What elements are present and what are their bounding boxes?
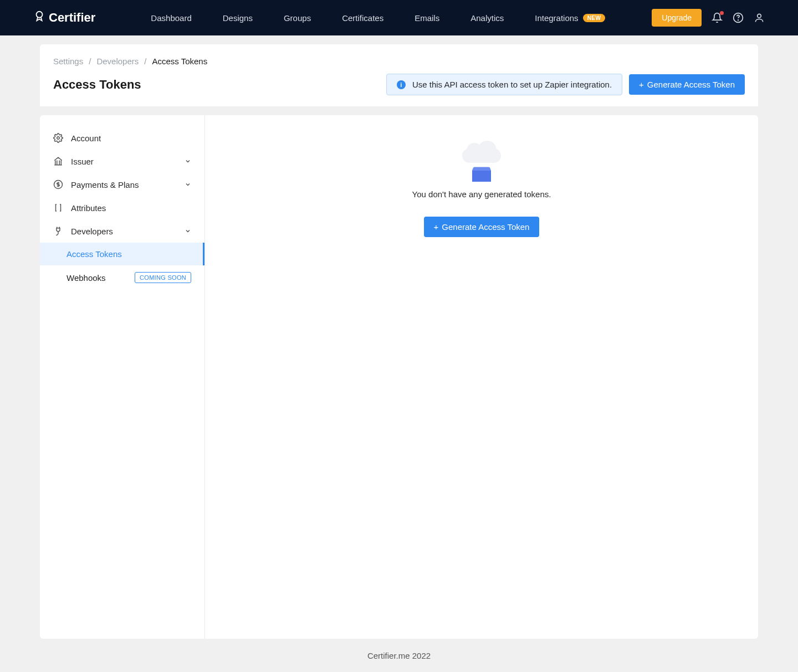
info-icon: i (397, 80, 406, 89)
sidebar-item-attributes[interactable]: Attributes (40, 196, 204, 219)
sidebar-item-developers[interactable]: Developers (40, 219, 204, 243)
logo-icon (33, 10, 45, 25)
sidebar-item-account[interactable]: Account (40, 126, 204, 150)
nav-analytics[interactable]: Analytics (470, 13, 504, 23)
svg-point-3 (758, 14, 761, 18)
nav-integrations-label: Integrations (535, 13, 578, 23)
nav-emails[interactable]: Emails (415, 13, 439, 23)
footer: Certifier.me 2022 (0, 639, 798, 672)
breadcrumb-developers[interactable]: Developers (96, 57, 139, 66)
settings-sidebar: Account Issuer Payments & Plans Attri (40, 115, 205, 639)
generate-label: Generate Access Token (442, 222, 529, 232)
chevron-down-icon (185, 180, 191, 189)
help-icon[interactable] (733, 12, 744, 23)
breadcrumb-current: Access Tokens (152, 57, 207, 66)
sidebar-label: Issuer (71, 157, 94, 166)
generate-token-button-header[interactable]: + Generate Access Token (629, 74, 745, 95)
nav-certificates[interactable]: Certificates (342, 13, 383, 23)
plus-icon: + (639, 80, 644, 89)
gear-icon (53, 133, 63, 143)
sidebar-label: Developers (71, 227, 113, 236)
svg-point-4 (57, 137, 60, 140)
sidebar-label: Attributes (71, 203, 106, 213)
chevron-down-icon (185, 227, 191, 236)
logo-text: Certifier (49, 11, 95, 25)
nav-dashboard[interactable]: Dashboard (151, 13, 191, 23)
info-banner: i Use this API access token to set up Za… (386, 74, 622, 95)
breadcrumb: Settings / Developers / Access Tokens (53, 57, 745, 66)
info-banner-text: Use this API access token to set up Zapi… (412, 80, 612, 89)
generate-token-button-empty[interactable]: + Generate Access Token (424, 217, 540, 237)
sidebar-label: Account (71, 134, 101, 143)
notification-dot (720, 11, 724, 15)
page-header: Settings / Developers / Access Tokens Ac… (40, 44, 758, 106)
nav-groups[interactable]: Groups (284, 13, 311, 23)
user-icon[interactable] (754, 12, 765, 23)
empty-state-illustration (457, 148, 507, 182)
svg-point-0 (37, 12, 43, 18)
nav-integrations[interactable]: Integrations NEW (535, 13, 605, 23)
topbar: Certifier Dashboard Designs Groups Certi… (0, 0, 798, 35)
bank-icon (53, 156, 63, 166)
generate-label: Generate Access Token (647, 80, 735, 89)
content-area: You don't have any generated tokens. + G… (205, 115, 758, 639)
chevron-down-icon (185, 157, 191, 166)
header-actions: i Use this API access token to set up Za… (386, 74, 745, 95)
sidebar-item-payments[interactable]: Payments & Plans (40, 173, 204, 196)
logo[interactable]: Certifier (33, 10, 95, 25)
bell-icon[interactable] (712, 12, 723, 23)
sidebar-label: Payments & Plans (71, 180, 139, 189)
coming-soon-tag: COMING SOON (135, 272, 191, 283)
badge-new: NEW (583, 14, 606, 22)
nav-designs[interactable]: Designs (223, 13, 253, 23)
topbar-right: Upgrade (652, 9, 765, 27)
sidebar-sub-label: Access Tokens (66, 249, 122, 259)
svg-point-2 (738, 20, 739, 20)
body-card: Account Issuer Payments & Plans Attri (40, 115, 758, 639)
plus-icon: + (434, 222, 439, 232)
empty-state-text: You don't have any generated tokens. (412, 189, 551, 199)
page-title: Access Tokens (53, 78, 141, 92)
sidebar-sub-webhooks[interactable]: Webhooks COMING SOON (40, 265, 204, 290)
dollar-icon (53, 179, 63, 189)
header-row: Access Tokens i Use this API access toke… (53, 74, 745, 95)
brackets-icon (53, 203, 63, 213)
breadcrumb-settings[interactable]: Settings (53, 57, 83, 66)
upgrade-button[interactable]: Upgrade (652, 9, 702, 27)
nav-links: Dashboard Designs Groups Certificates Em… (151, 13, 652, 23)
plug-icon (53, 226, 63, 236)
sidebar-item-issuer[interactable]: Issuer (40, 150, 204, 173)
sidebar-sub-access-tokens[interactable]: Access Tokens (40, 243, 204, 265)
sidebar-sub-label: Webhooks (66, 273, 106, 283)
